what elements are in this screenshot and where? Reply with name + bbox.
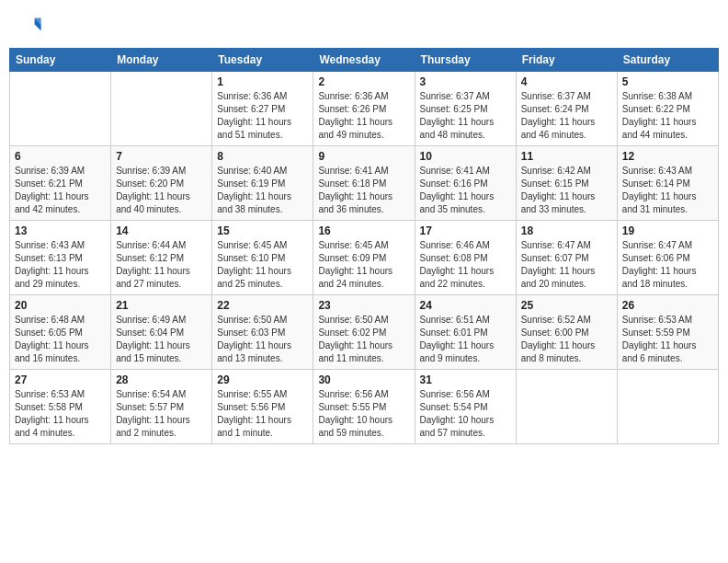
- calendar-week-row: 27Sunrise: 6:53 AMSunset: 5:58 PMDayligh…: [10, 370, 719, 444]
- day-info: Sunrise: 6:50 AMSunset: 6:03 PMDaylight:…: [217, 314, 308, 365]
- day-info: Sunrise: 6:50 AMSunset: 6:02 PMDaylight:…: [318, 314, 409, 365]
- calendar-cell: 6Sunrise: 6:39 AMSunset: 6:21 PMDaylight…: [10, 146, 111, 221]
- day-number: 28: [116, 373, 207, 386]
- day-number: 25: [521, 299, 612, 312]
- calendar-cell: 18Sunrise: 6:47 AMSunset: 6:07 PMDayligh…: [516, 221, 617, 295]
- calendar-cell: 23Sunrise: 6:50 AMSunset: 6:02 PMDayligh…: [313, 295, 415, 370]
- day-info: Sunrise: 6:53 AMSunset: 5:58 PMDaylight:…: [15, 388, 106, 440]
- calendar-cell: 24Sunrise: 6:51 AMSunset: 6:01 PMDayligh…: [415, 295, 516, 370]
- day-number: 22: [217, 299, 308, 312]
- calendar-cell: 13Sunrise: 6:43 AMSunset: 6:13 PMDayligh…: [10, 221, 111, 295]
- calendar-cell: 2Sunrise: 6:36 AMSunset: 6:26 PMDaylight…: [313, 72, 415, 146]
- day-info: Sunrise: 6:51 AMSunset: 6:01 PMDaylight:…: [420, 314, 511, 365]
- day-info: Sunrise: 6:56 AMSunset: 5:55 PMDaylight:…: [318, 388, 409, 440]
- calendar-cell: 14Sunrise: 6:44 AMSunset: 6:12 PMDayligh…: [111, 221, 212, 295]
- day-number: 27: [15, 373, 106, 386]
- day-number: 13: [15, 224, 106, 237]
- calendar-cell: [617, 370, 718, 444]
- day-number: 19: [622, 224, 713, 237]
- calendar-cell: 5Sunrise: 6:38 AMSunset: 6:22 PMDaylight…: [617, 72, 718, 146]
- day-number: 30: [318, 373, 409, 386]
- day-info: Sunrise: 6:49 AMSunset: 6:04 PMDaylight:…: [116, 314, 207, 365]
- day-number: 17: [420, 224, 511, 237]
- day-info: Sunrise: 6:36 AMSunset: 6:26 PMDaylight:…: [318, 90, 409, 142]
- day-number: 20: [15, 299, 106, 312]
- day-info: Sunrise: 6:46 AMSunset: 6:08 PMDaylight:…: [420, 239, 511, 291]
- day-header-saturday: Saturday: [617, 49, 718, 72]
- day-info: Sunrise: 6:53 AMSunset: 5:59 PMDaylight:…: [622, 314, 713, 365]
- day-number: 10: [420, 150, 511, 163]
- day-number: 21: [116, 299, 207, 312]
- day-header-monday: Monday: [111, 49, 212, 72]
- day-info: Sunrise: 6:37 AMSunset: 6:25 PMDaylight:…: [420, 90, 511, 142]
- calendar-cell: [10, 72, 111, 146]
- calendar-week-row: 1Sunrise: 6:36 AMSunset: 6:27 PMDaylight…: [10, 72, 719, 146]
- day-info: Sunrise: 6:48 AMSunset: 6:05 PMDaylight:…: [15, 314, 106, 365]
- day-info: Sunrise: 6:39 AMSunset: 6:21 PMDaylight:…: [15, 165, 106, 216]
- day-number: 3: [420, 75, 511, 88]
- day-header-wednesday: Wednesday: [313, 49, 415, 72]
- logo: [17, 13, 46, 39]
- calendar-cell: [516, 370, 617, 444]
- day-info: Sunrise: 6:55 AMSunset: 5:56 PMDaylight:…: [217, 388, 308, 440]
- day-number: 5: [622, 75, 713, 88]
- calendar-cell: 20Sunrise: 6:48 AMSunset: 6:05 PMDayligh…: [10, 295, 111, 370]
- day-info: Sunrise: 6:38 AMSunset: 6:22 PMDaylight:…: [622, 90, 713, 142]
- day-number: 26: [622, 299, 713, 312]
- calendar-cell: 17Sunrise: 6:46 AMSunset: 6:08 PMDayligh…: [415, 221, 516, 295]
- day-info: Sunrise: 6:43 AMSunset: 6:14 PMDaylight:…: [622, 165, 713, 216]
- calendar-cell: 16Sunrise: 6:45 AMSunset: 6:09 PMDayligh…: [313, 221, 415, 295]
- day-info: Sunrise: 6:41 AMSunset: 6:18 PMDaylight:…: [318, 165, 409, 216]
- day-info: Sunrise: 6:52 AMSunset: 6:00 PMDaylight:…: [521, 314, 612, 365]
- calendar-cell: 9Sunrise: 6:41 AMSunset: 6:18 PMDaylight…: [313, 146, 415, 221]
- calendar-cell: 21Sunrise: 6:49 AMSunset: 6:04 PMDayligh…: [111, 295, 212, 370]
- calendar-week-row: 13Sunrise: 6:43 AMSunset: 6:13 PMDayligh…: [10, 221, 719, 295]
- day-number: 29: [217, 373, 308, 386]
- day-header-sunday: Sunday: [10, 49, 111, 72]
- day-info: Sunrise: 6:41 AMSunset: 6:16 PMDaylight:…: [420, 165, 511, 216]
- day-info: Sunrise: 6:43 AMSunset: 6:13 PMDaylight:…: [15, 239, 106, 291]
- day-info: Sunrise: 6:45 AMSunset: 6:09 PMDaylight:…: [318, 239, 409, 291]
- calendar-cell: 27Sunrise: 6:53 AMSunset: 5:58 PMDayligh…: [10, 370, 111, 444]
- calendar-cell: 12Sunrise: 6:43 AMSunset: 6:14 PMDayligh…: [617, 146, 718, 221]
- day-info: Sunrise: 6:37 AMSunset: 6:24 PMDaylight:…: [521, 90, 612, 142]
- calendar-cell: 10Sunrise: 6:41 AMSunset: 6:16 PMDayligh…: [415, 146, 516, 221]
- calendar-cell: 29Sunrise: 6:55 AMSunset: 5:56 PMDayligh…: [212, 370, 313, 444]
- day-number: 23: [318, 299, 409, 312]
- calendar-cell: 19Sunrise: 6:47 AMSunset: 6:06 PMDayligh…: [617, 221, 718, 295]
- day-number: 31: [420, 373, 511, 386]
- calendar-cell: 22Sunrise: 6:50 AMSunset: 6:03 PMDayligh…: [212, 295, 313, 370]
- calendar-cell: 26Sunrise: 6:53 AMSunset: 5:59 PMDayligh…: [617, 295, 718, 370]
- day-info: Sunrise: 6:54 AMSunset: 5:57 PMDaylight:…: [116, 388, 207, 440]
- calendar-cell: 25Sunrise: 6:52 AMSunset: 6:00 PMDayligh…: [516, 295, 617, 370]
- day-info: Sunrise: 6:42 AMSunset: 6:15 PMDaylight:…: [521, 165, 612, 216]
- calendar-cell: [111, 72, 212, 146]
- day-number: 2: [318, 75, 409, 88]
- day-number: 15: [217, 224, 308, 237]
- day-header-thursday: Thursday: [415, 49, 516, 72]
- calendar-cell: 1Sunrise: 6:36 AMSunset: 6:27 PMDaylight…: [212, 72, 313, 146]
- day-info: Sunrise: 6:44 AMSunset: 6:12 PMDaylight:…: [116, 239, 207, 291]
- day-number: 6: [15, 150, 106, 163]
- day-header-tuesday: Tuesday: [212, 49, 313, 72]
- calendar-week-row: 6Sunrise: 6:39 AMSunset: 6:21 PMDaylight…: [10, 146, 719, 221]
- day-number: 7: [116, 150, 207, 163]
- logo-icon: [17, 13, 42, 39]
- day-number: 8: [217, 150, 308, 163]
- day-info: Sunrise: 6:45 AMSunset: 6:10 PMDaylight:…: [217, 239, 308, 291]
- day-number: 11: [521, 150, 612, 163]
- calendar-cell: 3Sunrise: 6:37 AMSunset: 6:25 PMDaylight…: [415, 72, 516, 146]
- day-number: 1: [217, 75, 308, 88]
- day-number: 14: [116, 224, 207, 237]
- day-info: Sunrise: 6:40 AMSunset: 6:19 PMDaylight:…: [217, 165, 308, 216]
- day-info: Sunrise: 6:47 AMSunset: 6:06 PMDaylight:…: [622, 239, 713, 291]
- calendar-cell: 31Sunrise: 6:56 AMSunset: 5:54 PMDayligh…: [415, 370, 516, 444]
- page-header: [9, 9, 719, 42]
- day-number: 9: [318, 150, 409, 163]
- calendar-cell: 15Sunrise: 6:45 AMSunset: 6:10 PMDayligh…: [212, 221, 313, 295]
- day-info: Sunrise: 6:39 AMSunset: 6:20 PMDaylight:…: [116, 165, 207, 216]
- calendar-cell: 4Sunrise: 6:37 AMSunset: 6:24 PMDaylight…: [516, 72, 617, 146]
- calendar-cell: 11Sunrise: 6:42 AMSunset: 6:15 PMDayligh…: [516, 146, 617, 221]
- day-number: 18: [521, 224, 612, 237]
- day-info: Sunrise: 6:36 AMSunset: 6:27 PMDaylight:…: [217, 90, 308, 142]
